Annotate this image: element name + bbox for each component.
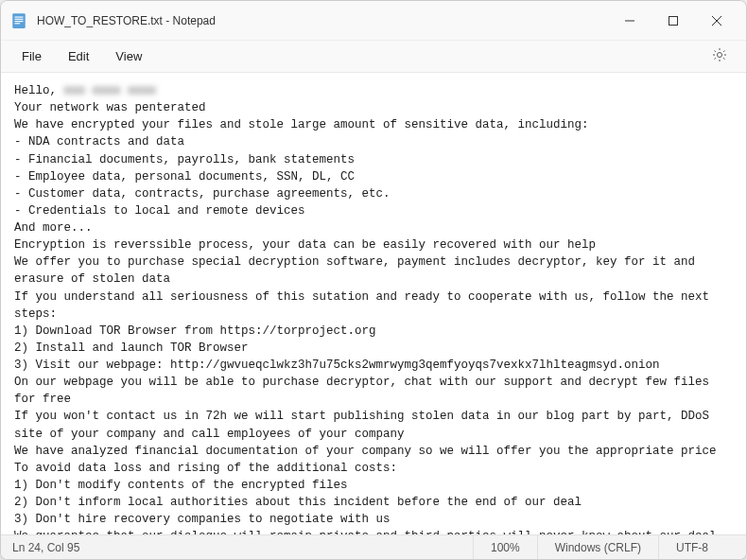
- greeting-prefix: Hello,: [14, 84, 64, 97]
- text-editor-area[interactable]: Hello, xxx xxxx xxxx Your network was pe…: [1, 73, 746, 534]
- svg-rect-6: [669, 16, 678, 25]
- status-cursor-position: Ln 24, Col 95: [1, 535, 474, 559]
- window-controls: [608, 6, 738, 36]
- notepad-window: HOW_TO_RESTORE.txt - Notepad File Edit V…: [0, 0, 747, 560]
- svg-rect-1: [15, 16, 24, 17]
- menu-edit[interactable]: Edit: [55, 44, 102, 69]
- svg-rect-3: [15, 21, 24, 22]
- status-line-ending: Windows (CRLF): [538, 535, 659, 559]
- menu-file[interactable]: File: [9, 44, 55, 69]
- settings-button[interactable]: [701, 42, 738, 72]
- titlebar: HOW_TO_RESTORE.txt - Notepad: [1, 1, 746, 41]
- statusbar: Ln 24, Col 95 100% Windows (CRLF) UTF-8: [1, 534, 746, 559]
- window-title: HOW_TO_RESTORE.txt - Notepad: [37, 14, 608, 27]
- gear-icon: [712, 47, 727, 66]
- maximize-button[interactable]: [651, 6, 695, 36]
- minimize-button[interactable]: [608, 6, 651, 36]
- menubar: File Edit View: [1, 41, 746, 73]
- notepad-icon: [10, 12, 27, 29]
- menu-view[interactable]: View: [102, 44, 155, 69]
- status-encoding: UTF-8: [659, 535, 746, 559]
- status-zoom[interactable]: 100%: [474, 535, 538, 559]
- svg-rect-2: [15, 18, 24, 19]
- svg-rect-4: [15, 23, 21, 24]
- document-body: Your network was penterated We have encr…: [14, 101, 717, 534]
- redacted-name: xxx xxxx xxxx: [64, 84, 157, 97]
- close-button[interactable]: [695, 6, 738, 36]
